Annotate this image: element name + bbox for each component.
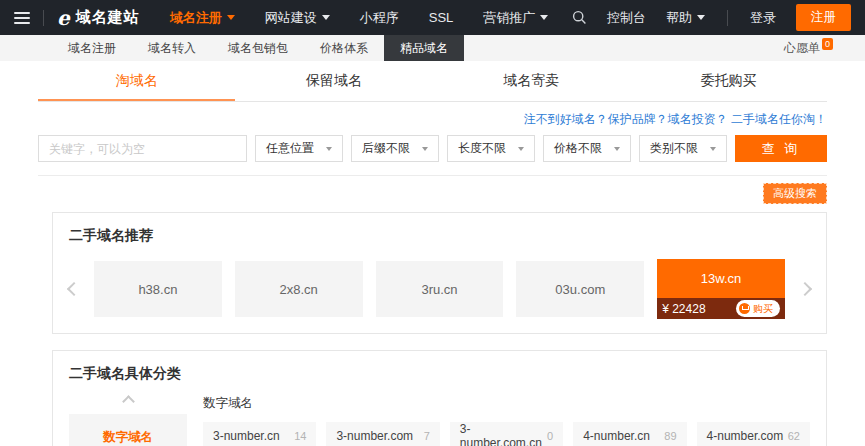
caret-down-icon xyxy=(422,147,428,151)
nav-item-marketing[interactable]: 营销推广 xyxy=(483,9,548,27)
category-cell[interactable]: 3-number.com.cn 0 xyxy=(450,422,563,446)
filter-category-dropdown[interactable]: 类别不限 xyxy=(639,135,727,162)
register-button[interactable]: 注册 xyxy=(796,4,851,31)
recommend-carousel: h38.cn 2x8.cn 3ru.cn 03u.com 13w.cn ¥ 22… xyxy=(69,259,810,319)
filter-length-dropdown[interactable]: 长度不限 xyxy=(447,135,535,162)
category-cell[interactable]: 4-number.com 62 xyxy=(697,422,810,446)
advanced-search-button[interactable]: 高级搜索 xyxy=(763,183,827,204)
categories-card: 二手域名具体分类 数字域名 拼音域名 数字域名 3-number.cn 14 3… xyxy=(52,350,827,446)
tab-reserved-domain[interactable]: 保留域名 xyxy=(235,61,432,101)
domain-tabs: 淘域名 保留域名 域名寄卖 委托购买 xyxy=(38,61,827,102)
caret-down-icon xyxy=(322,15,330,20)
brand-name: 域名建站 xyxy=(76,8,140,27)
caret-down-icon xyxy=(710,147,716,151)
buy-button[interactable]: 购买 xyxy=(736,300,780,317)
category-content: 数字域名 3-number.cn 14 3-number.com 7 3-num… xyxy=(187,393,810,446)
query-button[interactable]: 查 询 xyxy=(735,135,827,162)
domain-card[interactable]: 3ru.cn xyxy=(376,261,504,317)
category-numeric[interactable]: 数字域名 xyxy=(69,424,187,446)
category-sidebar: 数字域名 拼音域名 xyxy=(69,393,187,446)
subnav-domain-register[interactable]: 域名注册 xyxy=(52,35,132,61)
carousel-next-icon[interactable] xyxy=(798,282,812,296)
category-section-title: 数字域名 xyxy=(203,395,810,412)
nav-item-domain-register[interactable]: 域名注册 xyxy=(170,9,235,27)
navbar-right: 控制台 帮助 登录 注册 xyxy=(572,4,851,31)
domain-card[interactable]: 03u.com xyxy=(516,261,644,317)
main-menu: 域名注册 网站建设 小程序 SSL 营销推广 xyxy=(170,9,549,27)
sub-navbar: 域名注册 域名转入 域名包销包 价格体系 精品域名 心愿单 0 xyxy=(0,35,865,61)
recommend-title: 二手域名推荐 xyxy=(69,227,810,245)
caret-down-icon xyxy=(518,147,524,151)
category-cell[interactable]: 3-number.cn 14 xyxy=(203,422,316,446)
nav-item-ssl[interactable]: SSL xyxy=(429,10,454,25)
keyword-input[interactable] xyxy=(38,135,247,162)
wishlist-link[interactable]: 心愿单 0 xyxy=(784,40,833,57)
domain-card[interactable]: 2x8.cn xyxy=(235,261,363,317)
recommend-card: 二手域名推荐 h38.cn 2x8.cn 3ru.cn 03u.com 13w.… xyxy=(52,212,827,334)
logo-e-icon: e xyxy=(57,8,70,28)
wishlist-count-badge: 0 xyxy=(822,38,833,50)
subnav-price-list[interactable]: 价格体系 xyxy=(304,35,384,61)
category-grid: 3-number.cn 14 3-number.com 7 3-number.c… xyxy=(203,422,810,446)
nav-item-miniprogram[interactable]: 小程序 xyxy=(360,9,399,27)
help-menu[interactable]: 帮助 xyxy=(666,9,705,27)
filter-position-dropdown[interactable]: 任意位置 xyxy=(255,135,343,162)
section-divider xyxy=(38,175,827,176)
domain-name: 13w.cn xyxy=(657,259,785,298)
search-bar: 任意位置 后缀不限 长度不限 价格不限 类别不限 查 询 xyxy=(38,135,827,162)
search-icon[interactable] xyxy=(572,10,587,25)
login-link[interactable]: 登录 xyxy=(750,9,776,27)
buy-cart-icon xyxy=(739,303,750,314)
scroll-up-icon[interactable] xyxy=(122,395,135,408)
subnav-domain-transfer[interactable]: 域名转入 xyxy=(132,35,212,61)
domain-card[interactable]: h38.cn xyxy=(94,261,222,317)
categories-title: 二手域名具体分类 xyxy=(69,365,810,383)
console-link[interactable]: 控制台 xyxy=(607,9,646,27)
category-panel: 数字域名 拼音域名 xyxy=(69,414,187,446)
caret-down-icon xyxy=(227,15,235,20)
caret-down-icon xyxy=(614,147,620,151)
caret-down-icon xyxy=(540,15,548,20)
filter-suffix-dropdown[interactable]: 后缀不限 xyxy=(351,135,439,162)
price-bar: ¥ 22428 购买 xyxy=(657,298,785,319)
tab-domain-consign[interactable]: 域名寄卖 xyxy=(433,61,630,101)
domain-price: ¥ 22428 xyxy=(662,302,705,316)
nav-item-website-build[interactable]: 网站建设 xyxy=(265,9,330,27)
category-cell[interactable]: 4-number.cn 89 xyxy=(573,422,686,446)
filter-price-dropdown[interactable]: 价格不限 xyxy=(543,135,631,162)
promo-link[interactable]: 注不到好域名？保护品牌？域名投资？ 二手域名任你淘！ xyxy=(38,111,827,128)
top-navbar: e 域名建站 域名注册 网站建设 小程序 SSL 营销推广 控制台 帮助 xyxy=(0,0,865,35)
domain-card-highlighted[interactable]: 13w.cn ¥ 22428 购买 xyxy=(657,259,785,319)
logo[interactable]: e 域名建站 xyxy=(57,8,140,28)
subnav-domain-package[interactable]: 域名包销包 xyxy=(212,35,304,61)
caret-down-icon xyxy=(697,15,705,20)
tab-entrust-purchase[interactable]: 委托购买 xyxy=(630,61,827,101)
tab-tao-domain[interactable]: 淘域名 xyxy=(38,61,235,101)
subnav-premium-domains[interactable]: 精品域名 xyxy=(384,35,464,61)
hamburger-menu-icon[interactable] xyxy=(14,12,30,24)
carousel-prev-icon[interactable] xyxy=(67,282,81,296)
navbar-divider xyxy=(43,10,44,26)
category-cell[interactable]: 3-number.com 7 xyxy=(326,422,439,446)
navbar-divider xyxy=(727,10,728,26)
caret-down-icon xyxy=(326,147,332,151)
